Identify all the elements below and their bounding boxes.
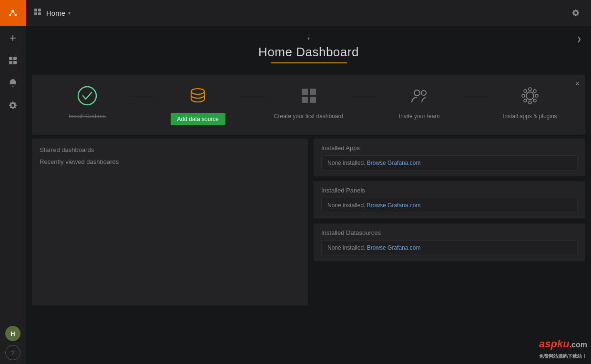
step-divider-4: [460, 96, 489, 96]
install-apps-label: Install apps & plugins: [503, 113, 557, 120]
step-create-dashboard: Create your first dashboard: [267, 84, 349, 120]
create-dashboard-icon: [297, 84, 320, 107]
svg-point-21: [421, 91, 426, 95]
svg-point-20: [414, 90, 420, 96]
svg-rect-18: [302, 97, 308, 103]
installed-datasources-browse-link[interactable]: Browse Grafana.com: [367, 244, 421, 251]
home-menu[interactable]: Home ▾: [46, 9, 71, 17]
installed-datasources-title: Installed Datasources: [321, 229, 578, 236]
topbar: Home ▾: [26, 0, 591, 26]
sidebar: H ?: [0, 0, 26, 364]
svg-point-26: [535, 94, 538, 97]
step-add-datasource: Add data source: [157, 84, 239, 125]
invite-team-icon: [408, 84, 431, 107]
dashboards-panel: Starred dashboards Recently viewed dashb…: [32, 139, 308, 305]
add-datasource-button[interactable]: Add data source: [171, 113, 225, 125]
home-grid-icon[interactable]: [34, 8, 41, 18]
svg-point-24: [529, 101, 531, 104]
dashboard-title-area: ▾ Home Dashboard ❯: [26, 26, 591, 71]
install-grafana-icon: [76, 84, 99, 107]
create-dashboard-label: Create your first dashboard: [274, 113, 343, 120]
installed-apps-box: None installed. Browse Grafana.com: [321, 155, 578, 171]
step-install-grafana: Install Grafana: [46, 84, 128, 120]
svg-point-29: [533, 90, 536, 92]
install-grafana-label: Install Grafana: [69, 113, 106, 120]
installed-panels-none-text: None installed.: [327, 202, 367, 209]
svg-point-22: [526, 92, 534, 100]
installed-panels-section: Installed Panels None installed. Browse …: [314, 181, 585, 219]
step-divider-3: [350, 96, 378, 96]
svg-point-15: [191, 89, 204, 94]
svg-rect-6: [9, 57, 12, 60]
collapse-icon[interactable]: ▾: [26, 36, 591, 41]
sidebar-item-dashboards[interactable]: [0, 50, 26, 71]
svg-point-14: [78, 87, 96, 105]
installed-datasources-none-text: None installed.: [327, 244, 367, 251]
installed-apps-section: Installed Apps None installed. Browse Gr…: [314, 139, 585, 176]
svg-point-23: [529, 88, 531, 91]
grafana-logo[interactable]: [0, 0, 26, 26]
sidebar-item-help[interactable]: ?: [5, 345, 20, 360]
sidebar-item-add[interactable]: [0, 27, 26, 49]
getting-started-close-button[interactable]: ×: [575, 80, 580, 88]
getting-started-steps: Install Grafana Add data source: [46, 84, 571, 125]
svg-rect-19: [310, 97, 316, 103]
step-divider-1: [128, 96, 157, 96]
page-content: ▾ Home Dashboard ❯ × Install Grafana: [26, 26, 591, 364]
home-chevron: ▾: [68, 10, 71, 16]
topbar-settings-button[interactable]: [568, 5, 583, 20]
step-invite-team: Invite your team: [378, 84, 460, 120]
svg-rect-9: [13, 61, 17, 64]
main-content: Home ▾ ▾ Home Dashboard ❯ ×: [26, 0, 591, 364]
invite-team-label: Invite your team: [399, 113, 439, 120]
add-datasource-icon: [186, 84, 209, 107]
starred-dashboards-title[interactable]: Starred dashboards: [40, 146, 300, 153]
title-underline: [271, 62, 347, 63]
install-apps-icon: [519, 84, 541, 107]
svg-rect-10: [34, 9, 37, 11]
svg-rect-8: [9, 61, 12, 64]
installed-panels-box: None installed. Browse Grafana.com: [321, 198, 578, 213]
sidebar-item-settings[interactable]: [0, 94, 26, 116]
installed-panels-browse-link[interactable]: Browse Grafana.com: [367, 202, 421, 209]
installed-datasources-box: None installed. Browse Grafana.com: [321, 240, 578, 255]
svg-rect-11: [38, 9, 41, 11]
svg-point-0: [7, 8, 18, 19]
svg-rect-13: [38, 12, 41, 15]
recent-dashboards-title[interactable]: Recently viewed dashboards: [40, 158, 300, 165]
svg-point-25: [522, 94, 525, 97]
svg-rect-16: [302, 89, 308, 95]
installed-datasources-section: Installed Datasources None installed. Br…: [314, 223, 585, 261]
svg-rect-17: [310, 89, 316, 95]
page-title: Home Dashboard: [26, 45, 591, 60]
svg-point-27: [524, 90, 527, 92]
installed-apps-browse-link[interactable]: Browse Grafana.com: [367, 160, 421, 166]
svg-rect-7: [13, 57, 17, 60]
installed-apps-none-text: None installed.: [327, 160, 367, 166]
bottom-sections: Starred dashboards Recently viewed dashb…: [32, 139, 585, 305]
installed-panels-title: Installed Panels: [321, 187, 578, 194]
home-label: Home: [46, 9, 65, 17]
svg-rect-12: [34, 12, 37, 15]
expand-icon[interactable]: ❯: [577, 36, 581, 42]
installed-panel: Installed Apps None installed. Browse Gr…: [314, 139, 585, 305]
step-divider-2: [239, 96, 267, 96]
getting-started-panel: × Install Grafana: [32, 75, 585, 135]
sidebar-bottom: H ?: [5, 326, 20, 364]
svg-point-30: [524, 99, 527, 102]
user-avatar[interactable]: H: [5, 326, 20, 341]
step-install-apps: Install apps & plugins: [489, 84, 571, 120]
svg-point-28: [533, 99, 536, 102]
installed-apps-title: Installed Apps: [321, 144, 578, 152]
sidebar-item-alerts[interactable]: [0, 72, 26, 93]
